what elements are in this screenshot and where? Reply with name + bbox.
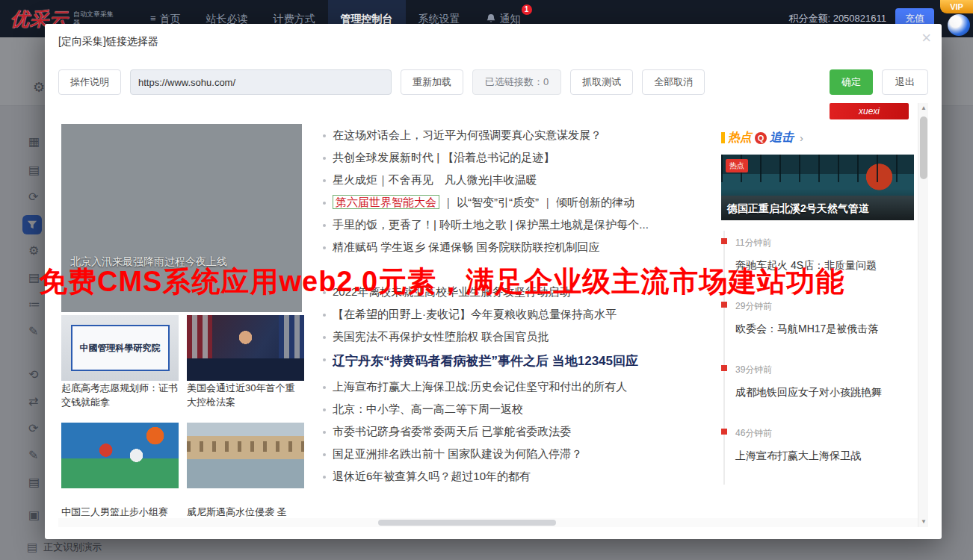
- corner-logo-icon: [948, 14, 970, 36]
- news-link[interactable]: 共创全球发展新时代 | 【沿着总书记的足迹】: [321, 151, 717, 165]
- thumb-basketball[interactable]: [61, 423, 179, 488]
- red-square-bullet: [721, 302, 727, 308]
- news-link[interactable]: 退休近6年被查算久吗？超过10年的都有: [321, 470, 717, 484]
- hot-news-item[interactable]: 29分钟前 欧委会：马航MH17是被俄击落: [725, 294, 914, 358]
- red-square-bullet: [721, 429, 727, 435]
- close-icon[interactable]: ×: [921, 30, 931, 46]
- news-link[interactable]: 国足亚洲排名跌出前十 国家队建设为何陷入停滞？: [321, 447, 717, 461]
- hot-news-time: 46分钟前: [735, 427, 914, 440]
- hot-news-item[interactable]: 46分钟前 上海宣布打赢大上海保卫战: [725, 421, 914, 485]
- hot-tag: 热点: [726, 159, 748, 172]
- highlighted-link-box[interactable]: 第六届世界智能大会: [333, 195, 439, 209]
- news-link[interactable]: 手里的饭，更香了！| 聆听土地之歌 | 保护黑土地就是保护每个...: [321, 218, 717, 232]
- news-link[interactable]: 精准赋码 学生返乡 保通保畅 国务院联防联控机制回应: [321, 240, 717, 255]
- thumb-management-academy[interactable]: 中國管理科學研究院: [61, 315, 179, 381]
- thumb-biden-speech[interactable]: [187, 315, 304, 381]
- cancel-all-button[interactable]: 全部取消: [642, 69, 705, 95]
- vip-badge[interactable]: VIP: [940, 0, 973, 13]
- horizontal-scrollbar[interactable]: [58, 518, 918, 527]
- news-link[interactable]: 上海宣布打赢大上海保卫战:历史会记住坚守和付出的所有人: [321, 380, 717, 394]
- news-link[interactable]: 美国宪法不再保护女性堕胎权 联合国官员批: [321, 330, 717, 344]
- scroll-down-arrow[interactable]: ▼: [918, 517, 928, 527]
- news-link[interactable]: 在这场对话会上，习近平为何强调要真心实意谋发展？: [321, 128, 717, 143]
- hot-topic-image[interactable]: 热点 德国正重启北溪2号天然气管道: [721, 155, 914, 220]
- reload-button[interactable]: 重新加载: [401, 69, 463, 95]
- thumb-caption[interactable]: 中国三人男篮止步小组赛: [61, 505, 179, 519]
- help-button[interactable]: 操作说明: [58, 69, 121, 95]
- hot-brand-right: 追击: [770, 130, 794, 146]
- news-link-featured[interactable]: 辽宁丹东“持黄码者看病被拦”事件之后 当地12345回应: [321, 352, 717, 370]
- promo-overlay-text: 免费CMS系统应用web2.0元素，满足企业级主流市场建站功能: [39, 263, 844, 301]
- exit-button[interactable]: 退出: [882, 69, 928, 95]
- vertical-scrollbar-thumb[interactable]: [920, 116, 927, 179]
- accent-bar: [721, 132, 725, 143]
- thumb-venice-flood[interactable]: [187, 423, 304, 488]
- promo-ribbon[interactable]: xuexi: [830, 103, 909, 119]
- news-link-rest[interactable]: ｜ 以“智变”引“质变” ｜ 倾听创新的律动: [439, 196, 634, 208]
- url-input[interactable]: [130, 69, 392, 95]
- hot-news-time: 29分钟前: [735, 300, 914, 313]
- notification-badge: 1: [522, 4, 532, 15]
- thumb-caption[interactable]: 威尼斯遇高水位侵袭 圣: [187, 505, 303, 519]
- hot-image-caption[interactable]: 德国正重启北溪2号天然气管道: [727, 202, 869, 216]
- hot-news-title[interactable]: 成都地铁回应女子对小孩跳艳舞: [735, 386, 914, 399]
- modal-title: [定向采集]链接选择器: [58, 35, 158, 49]
- embedded-webpage: xuexi 北京入汛来最强降雨过程今夜上线 中國管理科學研究院 起底高考志愿规划…: [58, 103, 928, 527]
- vertical-scrollbar[interactable]: ▲ ▼: [918, 103, 928, 527]
- hot-news-item[interactable]: 39分钟前 成都地铁回应女子对小孩跳艳舞: [725, 358, 914, 421]
- hot-news-time: 11分钟前: [735, 237, 914, 249]
- confirm-button[interactable]: 确定: [830, 69, 873, 95]
- news-link[interactable]: 星火成炬｜不舍再见 凡人微光|丰收温暖: [321, 173, 717, 187]
- news-link[interactable]: 北京：中小学、高一高二等下周一返校: [321, 402, 717, 417]
- hot-topics-header[interactable]: 热点 Q 追击 ›: [721, 130, 914, 146]
- red-square-bullet: [721, 365, 727, 371]
- hot-brand-left: 热点: [728, 130, 752, 146]
- hot-news-title[interactable]: 上海宣布打赢大上海保卫战: [735, 449, 914, 463]
- hot-news-time: 39分钟前: [735, 364, 914, 376]
- news-link[interactable]: 市委书记跻身省委常委两天后 已掌舵省委政法委: [321, 425, 717, 439]
- academy-sign: 中國管理科學研究院: [71, 325, 170, 371]
- bell-icon: [486, 13, 496, 24]
- thumb-caption[interactable]: 美国会通过近30年首个重大控枪法案: [187, 381, 303, 409]
- thumb-caption[interactable]: 起底高考志愿规划师：证书交钱就能拿: [61, 381, 179, 409]
- grab-test-button[interactable]: 抓取测试: [570, 69, 633, 95]
- news-link[interactable]: 第六届世界智能大会 ｜ 以“智变”引“质变” ｜ 倾听创新的律动: [321, 196, 717, 210]
- selected-count-box: 已选链接数：0: [472, 69, 561, 95]
- magnifier-q-icon: Q: [755, 132, 767, 144]
- modal-toolbar: 操作说明 重新加载 已选链接数：0 抓取测试 全部取消 确定 退出: [58, 69, 928, 96]
- hot-news-title[interactable]: 欧委会：马航MH17是被俄击落: [735, 323, 914, 336]
- hot-topics-column: 热点 Q 追击 › 热点 德国正重启北溪2号天然气管道 11分钟前 奔驰车起火 …: [721, 130, 914, 485]
- red-square-bullet: [721, 238, 727, 244]
- chevron-right-icon[interactable]: ›: [800, 131, 803, 144]
- scroll-up-arrow[interactable]: ▲: [918, 103, 928, 113]
- news-link[interactable]: 【在希望的田野上·麦收记】今年夏粮收购总量保持高水平: [321, 308, 717, 322]
- news-list: 在这场对话会上，习近平为何强调要真心实意谋发展？ 共创全球发展新时代 | 【沿着…: [321, 128, 717, 492]
- horizontal-scrollbar-thumb[interactable]: [378, 520, 556, 526]
